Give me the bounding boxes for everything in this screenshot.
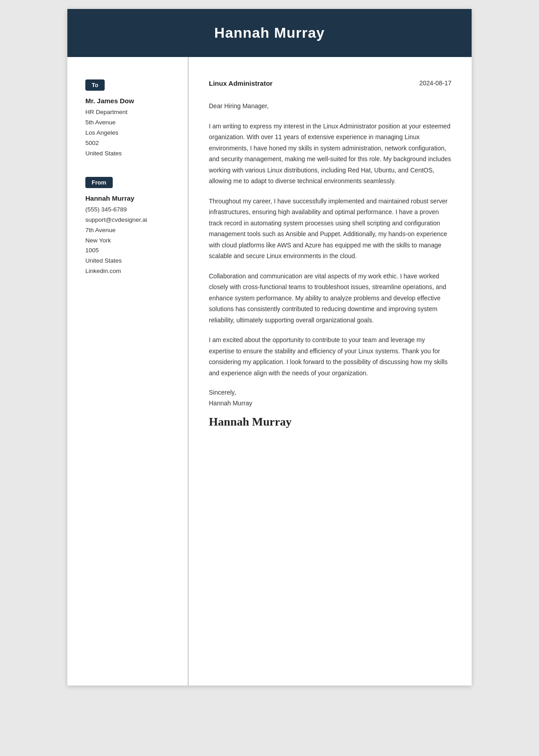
sender-line2: New York bbox=[85, 236, 174, 246]
paragraph-1: I am writing to express my interest in t… bbox=[209, 121, 451, 187]
from-badge: From bbox=[85, 177, 113, 188]
signature: Hannah Murray bbox=[209, 415, 451, 429]
paragraph-4: I am excited about the opportunity to co… bbox=[209, 334, 451, 378]
recipient-line3: Los Angeles bbox=[85, 128, 174, 138]
recipient-line5: United States bbox=[85, 149, 174, 159]
to-badge: To bbox=[85, 79, 105, 91]
sender-email: support@cvdesigner.ai bbox=[85, 215, 174, 225]
recipient-line1: HR Department bbox=[85, 107, 174, 118]
closing-block: Sincerely, Hannah Murray bbox=[209, 387, 451, 409]
header-name: Hannah Murray bbox=[76, 25, 463, 41]
content: To Mr. James Dow HR Department 5th Avenu… bbox=[67, 57, 472, 686]
paragraph-2: Throughout my career, I have successfull… bbox=[209, 196, 451, 262]
recipient-line4: 5002 bbox=[85, 138, 174, 149]
sender-line3: 1005 bbox=[85, 246, 174, 256]
from-section: From Hannah Murray (555) 345-6789 suppor… bbox=[85, 177, 174, 277]
closing-text: Sincerely, bbox=[209, 387, 451, 398]
sender-name: Hannah Murray bbox=[85, 194, 174, 202]
salutation: Dear Hiring Manager, bbox=[209, 101, 451, 112]
letter-body: Dear Hiring Manager, I am writing to exp… bbox=[209, 101, 451, 429]
recipient-line2: 5th Avenue bbox=[85, 118, 174, 128]
sender-line5: Linkedin.com bbox=[85, 266, 174, 277]
job-title: Linux Administrator bbox=[209, 79, 273, 87]
header: Hannah Murray bbox=[67, 9, 472, 57]
to-section: To Mr. James Dow HR Department 5th Avenu… bbox=[85, 79, 174, 159]
letter-header: Linux Administrator 2024-08-17 bbox=[209, 79, 451, 87]
paragraph-3: Collaboration and communication are vita… bbox=[209, 271, 451, 326]
sidebar: To Mr. James Dow HR Department 5th Avenu… bbox=[67, 57, 189, 686]
recipient-name: Mr. James Dow bbox=[85, 97, 174, 105]
main-content: Linux Administrator 2024-08-17 Dear Hiri… bbox=[189, 57, 472, 686]
sender-line1: 7th Avenue bbox=[85, 225, 174, 236]
closing-name: Hannah Murray bbox=[209, 398, 451, 409]
sender-line4: United States bbox=[85, 256, 174, 266]
page: Hannah Murray To Mr. James Dow HR Depart… bbox=[67, 9, 472, 686]
letter-date: 2024-08-17 bbox=[419, 79, 451, 87]
sender-phone: (555) 345-6789 bbox=[85, 205, 174, 215]
